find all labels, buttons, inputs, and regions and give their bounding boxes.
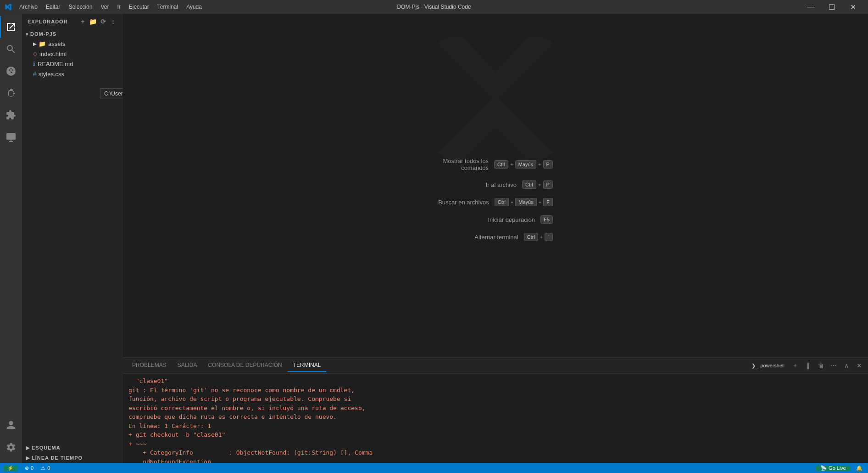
error-count: 0: [31, 465, 33, 471]
minimize-button[interactable]: ―: [800, 0, 821, 14]
file-styles-css[interactable]: # styles.css: [22, 69, 123, 79]
activity-explorer[interactable]: [0, 16, 22, 38]
antenna-icon: 📡: [820, 465, 827, 471]
sidebar: EXPLORADOR + 📁 ⟳ ↕ ▾ DOM-PJS ▶ 📁 assets …: [22, 14, 123, 463]
status-golive[interactable]: 📡 Go Live: [816, 465, 851, 471]
activity-remote[interactable]: [0, 126, 22, 148]
kbd-mayus2: Mayús: [515, 198, 536, 206]
activity-bar-bottom: [0, 414, 22, 463]
activity-extensions[interactable]: [0, 104, 22, 126]
terminal-line-10: ndNotFoundException: [128, 457, 862, 463]
activity-account[interactable]: [0, 414, 22, 436]
sidebar-section-timeline[interactable]: ▶ LÍNEA DE TIEMPO: [22, 453, 123, 463]
kbd-group-1: Ctrl + P: [522, 180, 553, 189]
readme-file-icon: ℹ: [33, 61, 35, 67]
esquema-label: ESQUEMA: [32, 445, 61, 450]
menu-seleccion[interactable]: Selección: [65, 2, 96, 12]
kbd-ctrl4: Ctrl: [524, 233, 538, 241]
shortcut-label-4: Alternar terminal: [474, 234, 518, 241]
status-left: ⚡ ⊗ 0 ⚠ 0: [4, 465, 52, 471]
shortcut-debug: Iniciar depuración F5: [438, 215, 553, 224]
terminal-content[interactable]: "clase01" git : El término 'git' no se r…: [123, 374, 868, 463]
project-root[interactable]: ▾ DOM-PJS: [22, 29, 123, 39]
menu-bar: Archivo Editar Selección Ver Ir Ejecutar…: [16, 2, 206, 12]
shortcuts-panel: Mostrar todos loscomandos Ctrl + Mayús +…: [438, 158, 553, 241]
terminal-line-2: git : El término 'git' no se reconoce co…: [128, 386, 862, 395]
menu-editar[interactable]: Editar: [42, 2, 64, 12]
sidebar-header: EXPLORADOR + 📁 ⟳ ↕: [22, 14, 123, 29]
kill-terminal-button[interactable]: 🗑: [816, 360, 826, 371]
terminal-line-1: "clase01": [128, 377, 862, 386]
title-bar-left: Archivo Editar Selección Ver Ir Ejecutar…: [5, 2, 206, 12]
menu-ver[interactable]: Ver: [97, 2, 112, 12]
svg-rect-0: [6, 133, 16, 140]
status-errors[interactable]: ⊗ 0: [23, 465, 35, 471]
activity-bar: [0, 14, 22, 463]
esquema-chevron: ▶: [26, 445, 30, 451]
maximize-panel-button[interactable]: ∧: [841, 360, 851, 371]
kbd-plus3: +: [538, 182, 541, 187]
folder-name: assets: [48, 40, 66, 47]
tab-salida[interactable]: SALIDA: [172, 359, 203, 372]
tab-consola[interactable]: CONSOLA DE DEPURACIÓN: [202, 359, 287, 372]
activity-debug[interactable]: [0, 82, 22, 104]
menu-ejecutar[interactable]: Ejecutar: [125, 2, 153, 12]
kbd-ctrl2: Ctrl: [522, 180, 536, 189]
panel-tab-actions: ❯_ powershell + ∥ 🗑 ⋯ ∧ ✕: [749, 360, 864, 371]
menu-terminal[interactable]: Terminal: [154, 2, 182, 12]
kbd-group-4: Ctrl + `: [524, 233, 553, 241]
folder-icon: 📁: [39, 40, 46, 47]
status-remote[interactable]: ⚡: [4, 465, 17, 471]
sidebar-section-esquema[interactable]: ▶ ESQUEMA: [22, 443, 123, 453]
tab-terminal[interactable]: TERMINAL: [288, 359, 327, 372]
css-file-icon: #: [33, 71, 36, 77]
kbd-f5: F5: [540, 215, 553, 224]
kbd-plus6: +: [540, 234, 543, 240]
close-panel-button[interactable]: ✕: [854, 360, 864, 371]
title-bar: Archivo Editar Selección Ver Ir Ejecutar…: [0, 0, 868, 14]
refresh-button[interactable]: ⟳: [99, 17, 107, 26]
file-readme-md[interactable]: ℹ README.md: [22, 59, 123, 69]
error-icon: ⊗: [25, 465, 29, 471]
activity-git[interactable]: [0, 60, 22, 82]
folder-chevron: ▶: [33, 41, 37, 46]
menu-ir[interactable]: Ir: [113, 2, 124, 12]
menu-archivo[interactable]: Archivo: [16, 2, 41, 12]
powershell-label: powershell: [760, 363, 785, 368]
terminal-line-8: + ~~~: [128, 439, 862, 449]
window-title: DOM-Pjs - Visual Studio Code: [397, 4, 471, 10]
add-terminal-button[interactable]: +: [790, 360, 800, 371]
menu-ayuda[interactable]: Ayuda: [183, 2, 206, 12]
file-index-html[interactable]: ◇ index.html: [22, 49, 123, 59]
close-button[interactable]: ✕: [842, 0, 863, 14]
remote-icon: ⚡: [7, 465, 14, 471]
terminal-line-6: En línea: 1 Carácter: 1: [128, 422, 862, 431]
project-chevron: ▾: [26, 32, 28, 37]
terminal-line-4: escribió correctamente el nombre o, si i…: [128, 404, 862, 413]
kbd-plus5: +: [539, 199, 541, 205]
kbd-f: F: [543, 198, 553, 206]
status-warnings[interactable]: ⚠ 0: [39, 465, 52, 471]
tab-problemas[interactable]: PROBLEMAS: [127, 359, 172, 372]
shortcut-search-files: Buscar en archivos Ctrl + Mayús + F: [438, 198, 553, 206]
activity-settings[interactable]: [0, 436, 22, 458]
split-terminal-button[interactable]: ∥: [803, 360, 813, 371]
more-actions-button[interactable]: ⋯: [829, 360, 839, 371]
status-notifications[interactable]: 🔔: [854, 465, 864, 471]
activity-search[interactable]: [0, 38, 22, 60]
panel: PROBLEMAS SALIDA CONSOLA DE DEPURACIÓN T…: [123, 357, 868, 463]
shortcut-go-file: Ir al archivo Ctrl + P: [438, 180, 553, 189]
terminal-line-3: función, archivo de script o programa ej…: [128, 394, 862, 404]
new-file-button[interactable]: +: [79, 17, 87, 26]
file-name-styles: styles.css: [39, 71, 64, 78]
shortcut-label-2: Buscar en archivos: [438, 199, 489, 206]
restore-button[interactable]: ☐: [821, 0, 842, 14]
kbd-group-3: F5: [540, 215, 553, 224]
terminal-line-5: compruebe que dicha ruta es correcta e i…: [128, 412, 862, 422]
collapse-all-button[interactable]: ↕: [109, 17, 117, 26]
kbd-group-2: Ctrl + Mayús + F: [495, 198, 553, 206]
folder-assets[interactable]: ▶ 📁 assets: [22, 39, 123, 49]
new-folder-button[interactable]: 📁: [89, 17, 97, 26]
content-area: Mostrar todos loscomandos Ctrl + Mayús +…: [123, 14, 868, 463]
timeline-label: LÍNEA DE TIEMPO: [32, 455, 83, 461]
